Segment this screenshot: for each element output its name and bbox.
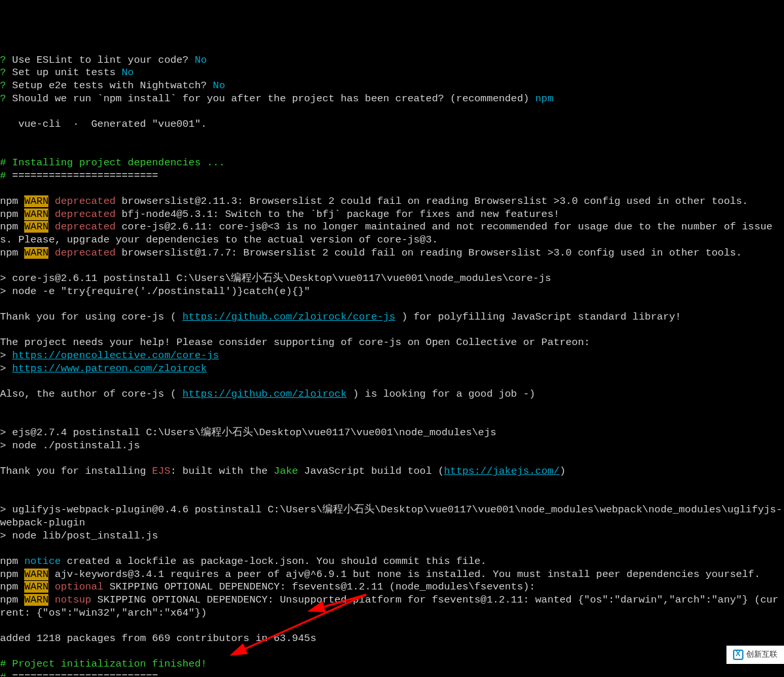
postinstall-line: > uglifyjs-webpack-plugin@0.4.6 postinst… <box>0 504 782 529</box>
thank-text: ) <box>560 465 566 477</box>
watermark-logo-icon <box>733 650 743 660</box>
hash-mark: # <box>0 658 6 670</box>
prompt-text: Use ESLint to lint your code? <box>6 54 194 66</box>
warn-badge: WARN <box>24 581 48 593</box>
warn-badge: WARN <box>24 594 48 606</box>
section-heading: Project initialization finished! <box>6 658 207 670</box>
warn-msg: bfj-node4@5.3.1: Switch to the `bfj` pac… <box>116 208 560 220</box>
angle-bracket: > <box>0 350 12 361</box>
npm-prefix: npm <box>0 581 24 593</box>
warn-msg: core-js@2.6.11: core-js@<3 is no longer … <box>0 221 772 246</box>
author-text: ) is looking for a good job -) <box>347 388 535 400</box>
npm-prefix: npm <box>0 247 24 259</box>
deprecated-label: deprecated <box>48 195 115 207</box>
section-heading: Installing project dependencies ... <box>6 157 225 169</box>
prompt-answer: No <box>195 54 207 66</box>
notice-msg: created a lockfile as package-lock.json.… <box>61 555 486 567</box>
warn-badge: WARN <box>24 195 48 207</box>
link-core-js[interactable]: https://github.com/zloirock/core-js <box>182 311 396 323</box>
thank-text: Thank you for using core-js ( <box>0 311 182 323</box>
author-text: Also, the author of core-js ( <box>0 388 182 400</box>
angle-bracket: > <box>0 363 12 374</box>
npm-prefix: npm <box>0 555 24 567</box>
deprecated-label: deprecated <box>48 221 115 233</box>
deprecated-label: deprecated <box>48 208 115 220</box>
postinstall-line: > core-js@2.6.11 postinstall C:\Users\编程… <box>0 272 551 284</box>
prompt-answer: npm <box>536 93 554 105</box>
ejs-label: EJS <box>152 465 171 477</box>
thank-text: : built with the <box>170 465 273 477</box>
postinstall-line: > node -e "try{require('./postinstall')}… <box>0 286 310 297</box>
npm-prefix: npm <box>0 221 24 233</box>
prompt-text: Setup e2e tests with Nightwatch? <box>6 80 213 91</box>
hash-mark: # <box>0 170 6 182</box>
deprecated-label: deprecated <box>48 247 115 259</box>
prompt-text: Set up unit tests <box>6 67 122 78</box>
link-opencollective[interactable]: https://opencollective.com/core-js <box>12 350 219 361</box>
postinstall-line: > node lib/post_install.js <box>0 530 158 542</box>
warn-badge: WARN <box>24 569 48 580</box>
help-text: The project needs your help! Please cons… <box>0 337 590 348</box>
npm-prefix: npm <box>0 195 24 207</box>
prompt-mark: ? <box>0 80 6 91</box>
generated-line: vue-cli · Generated "vue001". <box>0 118 207 130</box>
notice-label: notice <box>24 555 61 567</box>
warn-msg: SKIPPING OPTIONAL DEPENDENCY: fsevents@1… <box>103 581 535 593</box>
link-zloirock[interactable]: https://github.com/zloirock <box>182 388 347 400</box>
postinstall-line: > ejs@2.7.4 postinstall C:\Users\编程小石头\D… <box>0 427 496 438</box>
section-bar: ======================== <box>6 671 158 677</box>
warn-msg: ajv-keywords@3.4.1 requires a peer of aj… <box>48 569 760 580</box>
thank-text: JavaScript build tool ( <box>298 465 444 477</box>
prompt-answer: No <box>213 80 226 91</box>
watermark-badge: 创新互联 <box>726 646 784 664</box>
hash-mark: # <box>0 157 6 169</box>
jake-label: Jake <box>274 465 298 477</box>
terminal-output: ? Use ESLint to lint your code? No ? Set… <box>0 54 784 677</box>
optional-label: optional <box>48 581 103 593</box>
warn-msg: browserslist@2.11.3: Browserslist 2 coul… <box>116 195 748 207</box>
prompt-answer: No <box>122 67 134 78</box>
prompt-mark: ? <box>0 54 6 66</box>
npm-prefix: npm <box>0 569 24 580</box>
thank-text: ) for polyfilling JavaScript standard li… <box>396 311 681 323</box>
link-patreon[interactable]: https://www.patreon.com/zloirock <box>12 363 207 374</box>
notsup-label: notsup <box>48 594 91 606</box>
section-bar: ======================== <box>6 170 158 182</box>
warn-badge: WARN <box>24 221 48 233</box>
prompt-mark: ? <box>0 67 6 78</box>
thank-text: Thank you for installing <box>0 465 152 477</box>
warn-badge: WARN <box>24 247 48 259</box>
warn-msg: browserslist@1.7.7: Browserslist 2 could… <box>116 247 742 259</box>
postinstall-line: > node ./postinstall.js <box>0 440 140 452</box>
added-line: added 1218 packages from 669 contributor… <box>0 633 316 644</box>
prompt-mark: ? <box>0 93 6 105</box>
prompt-text: Should we run `npm install` for you afte… <box>6 93 535 105</box>
watermark-text: 创新互联 <box>746 650 777 659</box>
npm-prefix: npm <box>0 208 24 220</box>
npm-prefix: npm <box>0 594 24 606</box>
warn-badge: WARN <box>24 208 48 220</box>
link-jake[interactable]: https://jakejs.com/ <box>444 465 560 477</box>
hash-mark: # <box>0 671 6 677</box>
warn-msg: SKIPPING OPTIONAL DEPENDENCY: Unsupporte… <box>0 594 779 619</box>
